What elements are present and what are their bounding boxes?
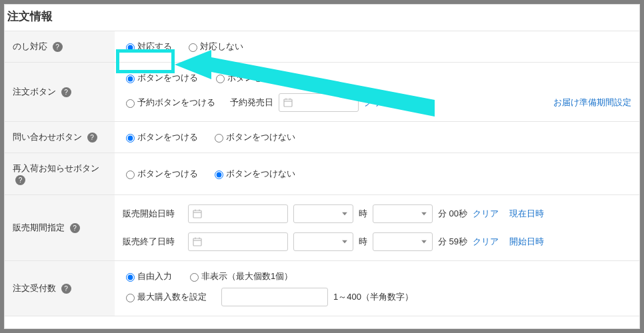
noshi-yes[interactable]: 対応する bbox=[123, 41, 172, 53]
orderbtn-off[interactable]: ボタンをつけない bbox=[213, 72, 297, 84]
calendar-icon bbox=[193, 237, 202, 246]
reserve-date-input[interactable] bbox=[279, 93, 359, 112]
min-end-label: 分 59秒 bbox=[438, 236, 467, 248]
page-title: 注文情報 bbox=[5, 5, 639, 31]
orderbtn-reserve[interactable]: 予約ボタンをつける bbox=[123, 97, 215, 109]
calendar-icon bbox=[283, 98, 293, 107]
reserve-clear-link[interactable]: クリア bbox=[364, 97, 390, 109]
help-icon[interactable]: ? bbox=[87, 133, 97, 143]
form-table: のし対応 ? 対応する 対応しない bbox=[5, 31, 639, 316]
chevron-down-icon bbox=[421, 240, 427, 244]
inquiry-on-radio[interactable] bbox=[126, 134, 135, 143]
row-label-orderbtn: 注文ボタン ? bbox=[5, 63, 115, 122]
orderbtn-on[interactable]: ボタンをつける bbox=[123, 72, 198, 84]
chevron-down-icon bbox=[421, 212, 427, 216]
qty-max-radio[interactable] bbox=[126, 294, 135, 302]
noshi-no-radio[interactable] bbox=[189, 43, 197, 52]
end-start-link[interactable]: 開始日時 bbox=[509, 236, 544, 248]
start-clear-link[interactable]: クリア bbox=[473, 208, 499, 220]
noshi-yes-radio[interactable] bbox=[126, 43, 135, 52]
calendar-icon bbox=[193, 209, 202, 218]
start-date-input[interactable] bbox=[188, 204, 288, 223]
hour-label: 時 bbox=[359, 208, 367, 220]
qty-max[interactable]: 最大購入数を設定 bbox=[123, 291, 207, 303]
orderbtn-reserve-radio[interactable] bbox=[126, 99, 135, 108]
qty-hidden-radio[interactable] bbox=[190, 273, 199, 282]
qty-hidden[interactable]: 非表示（最大個数1個） bbox=[187, 270, 293, 282]
reserve-today-link[interactable]: 現在日 bbox=[401, 97, 427, 109]
inquiry-off[interactable]: ボタンをつけない bbox=[211, 131, 295, 143]
delivery-setting-link[interactable]: お届け準備期間設定 bbox=[553, 97, 631, 109]
orderbtn-on-radio[interactable] bbox=[126, 75, 135, 83]
qty-max-input[interactable] bbox=[221, 288, 328, 306]
restock-off[interactable]: ボタンをつけない bbox=[211, 168, 295, 180]
end-label: 販売終了日時 bbox=[123, 236, 183, 248]
start-now-link[interactable]: 現在日時 bbox=[509, 208, 544, 220]
start-min-select[interactable] bbox=[373, 204, 433, 223]
inquiry-on[interactable]: ボタンをつける bbox=[123, 131, 198, 143]
end-hour-select[interactable] bbox=[293, 232, 353, 251]
row-label-restock: 再入荷お知らせボタン ? bbox=[5, 153, 115, 195]
end-clear-link[interactable]: クリア bbox=[473, 236, 499, 248]
noshi-no[interactable]: 対応しない bbox=[185, 41, 243, 53]
row-label-inquiry: 問い合わせボタン ? bbox=[5, 122, 115, 153]
orderbtn-off-radio[interactable] bbox=[216, 75, 225, 83]
row-label-period: 販売期間指定 ? bbox=[5, 195, 115, 261]
svg-rect-0 bbox=[284, 99, 292, 107]
hour-label: 時 bbox=[359, 236, 367, 248]
restock-on[interactable]: ボタンをつける bbox=[123, 168, 198, 180]
chevron-down-icon bbox=[342, 240, 347, 244]
svg-rect-4 bbox=[193, 210, 201, 218]
qty-free[interactable]: 自由入力 bbox=[123, 270, 172, 282]
qty-range: 1～400（半角数字） bbox=[333, 291, 413, 303]
chevron-down-icon bbox=[342, 212, 347, 216]
row-label-noshi: のし対応 ? bbox=[5, 31, 115, 63]
qty-free-radio[interactable] bbox=[126, 273, 135, 282]
start-label: 販売開始日時 bbox=[123, 208, 183, 220]
end-min-select[interactable] bbox=[373, 232, 433, 251]
restock-off-radio[interactable] bbox=[215, 170, 223, 179]
help-icon[interactable]: ? bbox=[15, 175, 25, 185]
restock-on-radio[interactable] bbox=[126, 170, 135, 179]
min-start-label: 分 00秒 bbox=[438, 208, 467, 220]
end-date-input[interactable] bbox=[188, 232, 288, 251]
svg-rect-8 bbox=[193, 238, 201, 246]
help-icon[interactable]: ? bbox=[61, 284, 71, 294]
help-icon[interactable]: ? bbox=[70, 223, 80, 233]
help-icon[interactable]: ? bbox=[61, 87, 71, 97]
inquiry-off-radio[interactable] bbox=[215, 134, 223, 143]
reserve-date-label: 予約発売日 bbox=[230, 97, 273, 109]
row-label-qty: 注文受付数 ? bbox=[5, 261, 115, 316]
start-hour-select[interactable] bbox=[293, 204, 353, 223]
help-icon[interactable]: ? bbox=[53, 42, 63, 52]
